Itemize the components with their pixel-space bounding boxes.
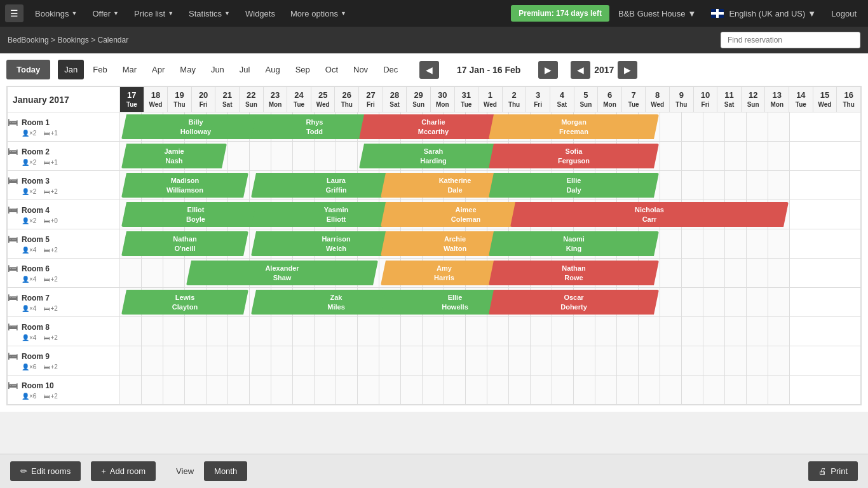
date-1[interactable]: 1Wed: [478, 87, 503, 112]
day-cell[interactable]: [574, 317, 595, 346]
day-cell[interactable]: [207, 346, 228, 375]
day-cell[interactable]: [509, 346, 531, 375]
nav-bookings[interactable]: Bookings ▼: [29, 5, 83, 22]
day-cell[interactable]: [509, 317, 531, 346]
day-cell[interactable]: [487, 317, 509, 346]
day-cell[interactable]: [682, 229, 703, 258]
day-cell[interactable]: [120, 346, 142, 375]
month-may[interactable]: May: [173, 60, 202, 79]
day-cell[interactable]: [185, 376, 207, 404]
day-cell[interactable]: [660, 346, 682, 375]
booking-block[interactable]: LewisClayton: [121, 290, 248, 315]
day-cell[interactable]: [682, 346, 703, 375]
day-cell[interactable]: [682, 171, 703, 200]
date-2[interactable]: 2Thu: [502, 87, 526, 112]
room-label-9[interactable]: 🛏 Room 9 👤×6 🛏+2: [8, 346, 120, 376]
booking-block[interactable]: OscarDoherty: [489, 290, 659, 315]
room-label-3[interactable]: 🛏 Room 3 👤×2 🛏+2: [8, 171, 120, 200]
date-31[interactable]: 31Tue: [454, 87, 478, 112]
day-cell[interactable]: [595, 376, 617, 404]
day-cell[interactable]: [163, 346, 185, 375]
day-cell[interactable]: [660, 229, 682, 258]
room-grid-4[interactable]: ElliotBoyleYasminElliottAimeeColemanNich…: [120, 200, 861, 229]
day-cell[interactable]: [293, 317, 315, 346]
day-cell[interactable]: [293, 142, 315, 170]
month-jul[interactable]: Jul: [233, 60, 257, 79]
month-jun[interactable]: Jun: [205, 60, 231, 79]
day-cell[interactable]: [768, 376, 790, 404]
month-jan[interactable]: Jan: [58, 60, 84, 79]
day-cell[interactable]: [120, 376, 142, 404]
day-cell[interactable]: [725, 317, 747, 346]
day-cell[interactable]: [228, 376, 250, 404]
day-cell[interactable]: [703, 112, 725, 141]
booking-block[interactable]: EllieDaly: [489, 173, 659, 198]
day-cell[interactable]: [185, 346, 207, 375]
day-cell[interactable]: [379, 376, 401, 404]
day-cell[interactable]: [315, 317, 336, 346]
day-cell[interactable]: [315, 346, 336, 375]
date-10[interactable]: 10Fri: [693, 87, 717, 112]
month-oct[interactable]: Oct: [319, 60, 344, 79]
booking-block[interactable]: CharlieMccarthy: [359, 114, 508, 139]
room-label-7[interactable]: 🛏 Room 7 👤×4 🛏+2: [8, 288, 120, 317]
booking-block[interactable]: SarahHarding: [359, 144, 508, 168]
date-18[interactable]: 18Wed: [144, 87, 168, 112]
booking-block[interactable]: MadisonWilliamson: [121, 173, 248, 198]
month-dec[interactable]: Dec: [377, 60, 404, 79]
find-reservation-input[interactable]: [721, 32, 860, 48]
day-cell[interactable]: [552, 317, 574, 346]
day-cell[interactable]: [747, 317, 768, 346]
day-cell[interactable]: [163, 317, 185, 346]
day-cell[interactable]: [509, 376, 531, 404]
day-cell[interactable]: [747, 259, 768, 287]
day-cell[interactable]: [487, 346, 509, 375]
date-9[interactable]: 9Thu: [670, 87, 694, 112]
day-cell[interactable]: [250, 346, 271, 375]
day-cell[interactable]: [466, 317, 487, 346]
booking-block[interactable]: AlexanderShaw: [186, 261, 378, 285]
day-cell[interactable]: [163, 376, 185, 404]
room-grid-10[interactable]: [120, 376, 861, 405]
booking-block[interactable]: RhysTodd: [251, 114, 378, 139]
day-cell[interactable]: [617, 346, 639, 375]
date-19[interactable]: 19Thu: [168, 87, 192, 112]
day-cell[interactable]: [682, 288, 703, 316]
day-cell[interactable]: [185, 317, 207, 346]
day-cell[interactable]: [379, 317, 401, 346]
day-cell[interactable]: [142, 376, 163, 404]
day-cell[interactable]: [142, 317, 163, 346]
day-cell[interactable]: [768, 171, 790, 200]
day-cell[interactable]: [552, 376, 574, 404]
room-label-2[interactable]: 🛏 Room 2 👤×2 🛏+1: [8, 142, 120, 171]
day-cell[interactable]: [207, 376, 228, 404]
next-year-button[interactable]: ▶: [618, 61, 637, 79]
nav-pricelist[interactable]: Price list ▼: [128, 5, 180, 22]
room-label-5[interactable]: 🛏 Room 5 👤×4 🛏+2: [8, 229, 120, 259]
prev-year-button[interactable]: ◀: [571, 61, 590, 79]
date-13[interactable]: 13Mon: [765, 87, 789, 112]
day-cell[interactable]: [639, 317, 660, 346]
day-cell[interactable]: [682, 317, 703, 346]
day-cell[interactable]: [120, 259, 142, 287]
day-cell[interactable]: [703, 171, 725, 200]
date-17[interactable]: 17Tue: [120, 87, 144, 112]
day-cell[interactable]: [725, 376, 747, 404]
day-cell[interactable]: [703, 142, 725, 170]
room-grid-6[interactable]: AlexanderShawAmyHarrisNathanRowe: [120, 259, 861, 288]
day-cell[interactable]: [703, 317, 725, 346]
booking-block[interactable]: MorganFreeman: [489, 114, 659, 139]
booking-block[interactable]: JamieNash: [121, 144, 227, 168]
date-21[interactable]: 21Sat: [215, 87, 240, 112]
day-cell[interactable]: [768, 142, 790, 170]
day-cell[interactable]: [466, 376, 487, 404]
day-cell[interactable]: [487, 376, 509, 404]
day-cell[interactable]: [574, 376, 595, 404]
day-cell[interactable]: [423, 317, 444, 346]
nav-language[interactable]: English (UK and US) ▼: [705, 5, 822, 22]
room-label-1[interactable]: 🛏 Room 1 👤×2 🛏+1: [8, 112, 120, 142]
day-cell[interactable]: [358, 376, 379, 404]
day-cell[interactable]: [747, 229, 768, 258]
day-cell[interactable]: [768, 317, 790, 346]
day-cell[interactable]: [703, 376, 725, 404]
